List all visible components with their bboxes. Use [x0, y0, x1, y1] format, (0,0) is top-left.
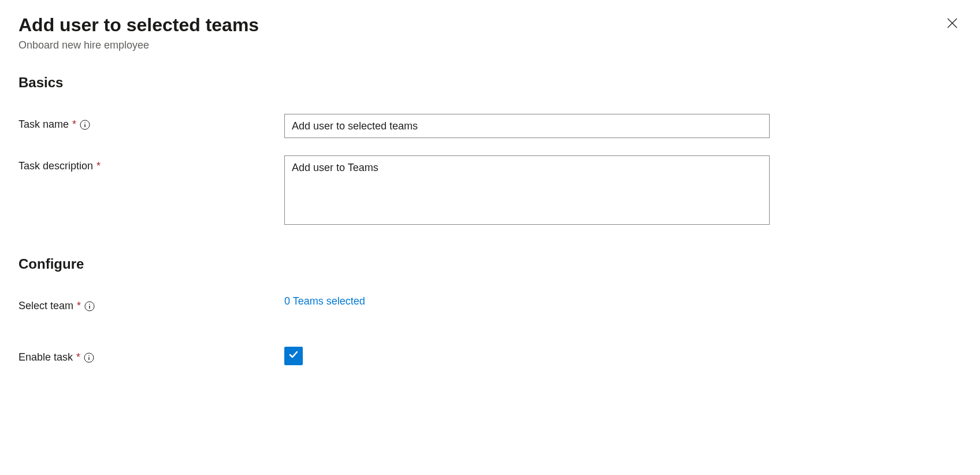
required-indicator: *	[72, 118, 76, 131]
info-icon[interactable]	[84, 301, 95, 311]
panel-subtitle: Onboard new hire employee	[18, 39, 259, 51]
task-description-label: Task description	[18, 160, 93, 172]
svg-point-6	[89, 304, 90, 305]
panel-title: Add user to selected teams	[18, 14, 259, 36]
svg-point-9	[88, 355, 90, 357]
required-indicator: *	[96, 160, 101, 172]
configure-heading: Configure	[18, 256, 962, 272]
enable-task-checkbox[interactable]	[284, 347, 303, 365]
task-name-label: Task name	[18, 118, 69, 131]
required-indicator: *	[76, 351, 80, 363]
close-button[interactable]	[943, 14, 962, 34]
basics-heading: Basics	[18, 75, 962, 91]
info-icon[interactable]	[84, 352, 94, 363]
required-indicator: *	[77, 300, 81, 312]
enable-task-label: Enable task	[18, 351, 73, 363]
close-icon	[945, 16, 959, 32]
info-icon[interactable]	[80, 120, 90, 130]
task-name-input[interactable]	[284, 114, 770, 138]
checkmark-icon	[288, 349, 299, 363]
task-description-input[interactable]	[284, 155, 770, 225]
teams-selected-link[interactable]: 0 Teams selected	[284, 295, 365, 307]
svg-point-3	[84, 123, 86, 124]
select-team-label: Select team	[18, 300, 73, 312]
